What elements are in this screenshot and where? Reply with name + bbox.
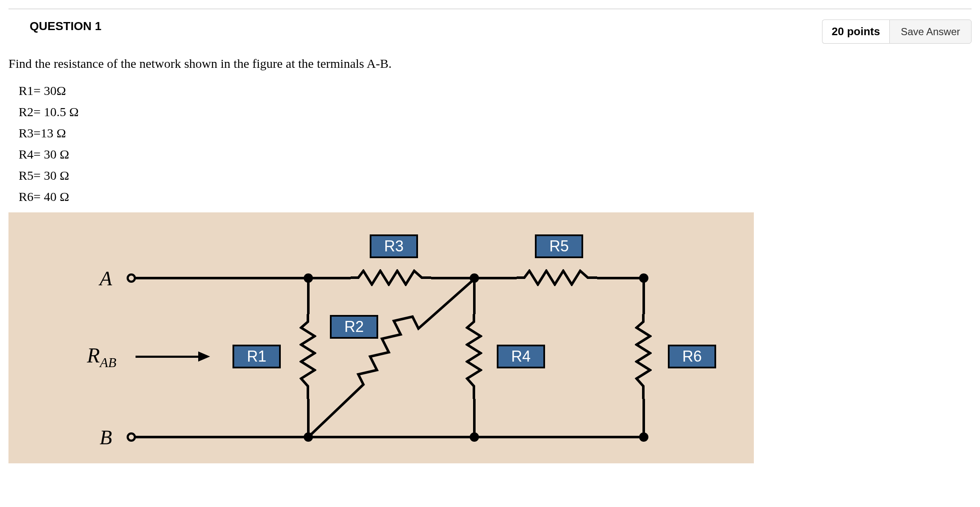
wire xyxy=(642,399,645,437)
wire xyxy=(474,436,644,438)
terminal-b xyxy=(127,432,136,442)
wire xyxy=(308,436,474,438)
wire xyxy=(597,277,644,279)
value-r5: R5= 30 Ω xyxy=(19,168,972,183)
value-r4: R4= 30 Ω xyxy=(19,147,972,162)
wire xyxy=(136,436,308,438)
value-r6: R6= 40 Ω xyxy=(19,189,972,204)
points-badge: 20 points xyxy=(822,20,889,44)
value-r2: R2= 10.5 Ω xyxy=(19,105,972,119)
circuit-figure: A R3 R5 R1 R4 xyxy=(8,212,754,463)
resistor-values: R1= 30Ω R2= 10.5 Ω R3=13 Ω R4= 30 Ω R5= … xyxy=(19,84,972,204)
resistor-r2-symbol xyxy=(308,276,478,441)
label-r4: R4 xyxy=(497,345,545,368)
value-r3: R3=13 Ω xyxy=(19,126,972,140)
save-answer-button[interactable]: Save Answer xyxy=(889,20,972,44)
terminal-a-label: A xyxy=(100,267,112,290)
value-r1: R1= 30Ω xyxy=(19,84,972,98)
question-prompt: Find the resistance of the network shown… xyxy=(8,56,972,71)
label-r5: R5 xyxy=(535,234,583,258)
rab-arrow-line xyxy=(136,356,199,358)
circuit-figure-container: A R3 R5 R1 R4 xyxy=(8,212,754,463)
label-r2: R2 xyxy=(330,315,378,339)
question-header: QUESTION 1 20 points Save Answer xyxy=(8,8,972,44)
question-title: QUESTION 1 xyxy=(30,20,102,33)
question-meta: 20 points Save Answer xyxy=(822,20,972,44)
resistor-r6-symbol xyxy=(635,314,652,399)
terminal-a xyxy=(127,273,136,283)
rab-label: RAB xyxy=(87,343,116,370)
label-r3: R3 xyxy=(370,234,418,258)
wire xyxy=(136,277,308,279)
terminal-b-label: B xyxy=(100,426,112,449)
node xyxy=(639,432,648,442)
wire xyxy=(642,278,645,314)
label-r1: R1 xyxy=(233,345,281,368)
resistor-r5-symbol xyxy=(517,269,597,286)
rab-arrow-head xyxy=(198,351,210,362)
label-r6: R6 xyxy=(668,345,716,368)
wire xyxy=(474,277,517,279)
